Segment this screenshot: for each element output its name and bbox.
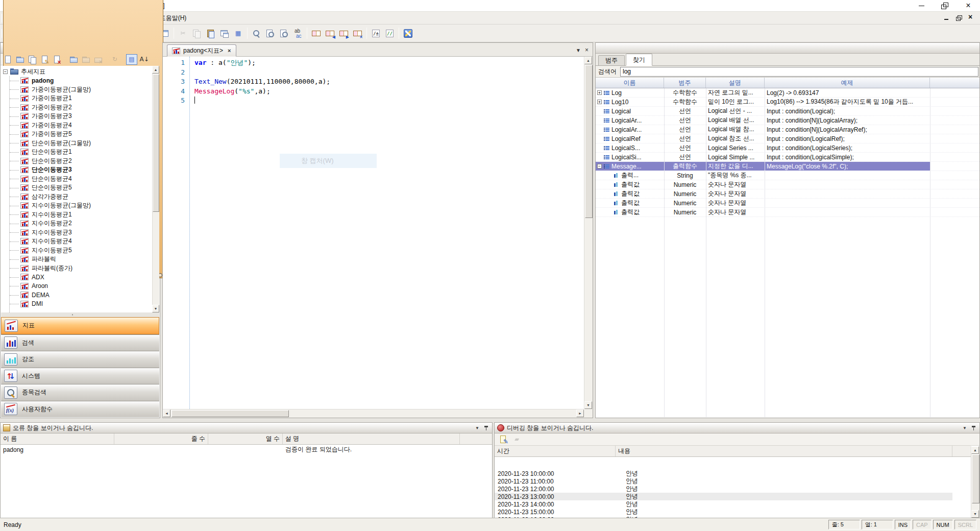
find-next-icon[interactable]: [264, 27, 277, 40]
navigation-button[interactable]: 지표: [1, 317, 159, 334]
navigation-button[interactable]: 시스템: [1, 368, 159, 384]
tree-item[interactable]: 단순이동평균5: [1, 183, 152, 192]
navigation-button[interactable]: 강조: [1, 351, 159, 368]
dictionary-row[interactable]: − Message... 출력함수 지정한 값을 디... MessageLog…: [596, 162, 979, 171]
debug-scrollbar[interactable]: ▲ ▼: [971, 446, 979, 518]
debug-row[interactable]: 2020-11-23 15:00:00 안녕: [495, 508, 971, 516]
tree-item[interactable]: 가중이동평균4: [1, 121, 152, 130]
col-time[interactable]: 시간: [495, 446, 616, 456]
code-line[interactable]: Text_New(20210111,110000,80000,a);: [194, 77, 584, 87]
debug-row[interactable]: 2020-11-23 10:00:00 안녕: [495, 470, 971, 477]
col-name[interactable]: 이름: [596, 78, 664, 88]
dictionary-row[interactable]: + Log 수학함수 자연 로그의 밑... Log(2) -> 0.69314…: [596, 88, 979, 98]
dictionary-prev-icon[interactable]: [324, 27, 336, 40]
open-item-icon[interactable]: [14, 54, 26, 65]
view-detail-icon[interactable]: [126, 54, 137, 65]
panel-menu-icon[interactable]: ▼: [961, 426, 968, 430]
col-description[interactable]: 설명: [706, 78, 765, 88]
window-tile-icon[interactable]: [218, 27, 231, 40]
tree-scrollbar[interactable]: ▲ ▼: [152, 66, 159, 312]
tools-icon[interactable]: [402, 27, 414, 40]
tree-item[interactable]: 단순이동평균2: [1, 157, 152, 166]
expand-icon[interactable]: +: [597, 90, 602, 95]
dictionary-close-icon[interactable]: [351, 27, 364, 40]
col-error-line[interactable]: 줄 수: [114, 433, 208, 444]
tab-category[interactable]: 범주: [598, 55, 625, 65]
debug-row[interactable]: 2020-11-23 11:00:00 안녕: [495, 477, 971, 485]
code-line[interactable]: [194, 68, 584, 78]
tree-item[interactable]: 가중이동평균(그물망): [1, 85, 152, 94]
copy-item-icon[interactable]: [27, 54, 38, 65]
tree-item[interactable]: ADX: [1, 273, 152, 282]
dictionary-row[interactable]: LogicalRef 선언 Logical 참조 선... Input : co…: [596, 134, 979, 143]
navigation-button[interactable]: 종목검색: [1, 384, 159, 401]
sort-az-icon[interactable]: [138, 54, 150, 65]
dictionary-next-icon[interactable]: [337, 27, 350, 40]
col-category[interactable]: 범주: [664, 78, 706, 88]
code-line[interactable]: [194, 96, 584, 106]
col-error-col[interactable]: 열 수: [208, 433, 283, 444]
verify-icon[interactable]: [370, 27, 382, 40]
tree-item[interactable]: 삼각가중평균: [1, 192, 152, 202]
expand-icon[interactable]: +: [597, 100, 602, 104]
expand-icon[interactable]: −: [597, 164, 602, 168]
log-new-icon[interactable]: [497, 433, 509, 446]
dictionary-row[interactable]: Logical 선언 Logical 선언 - ... Input : cond…: [596, 107, 979, 116]
restore-button[interactable]: [933, 0, 957, 11]
dictionary-row[interactable]: LogicalAr... 선언 Logical 배열 선... Input : …: [596, 116, 979, 125]
tab-close-icon[interactable]: ×: [228, 48, 231, 54]
tree-item[interactable]: 단순이동평균3: [1, 165, 152, 175]
mdi-restore-icon[interactable]: [955, 15, 963, 21]
collapse-icon[interactable]: −: [3, 69, 8, 74]
col-example[interactable]: 예제: [765, 78, 930, 88]
tab-list-icon[interactable]: ▼: [576, 47, 581, 53]
pin-icon[interactable]: [483, 425, 489, 431]
dictionary-row[interactable]: 출력값 Numeric 숫자나 문자열: [596, 189, 979, 199]
editor-vertical-scrollbar[interactable]: ▲ ▼: [584, 57, 593, 409]
pin-icon[interactable]: [971, 425, 977, 431]
dictionary-row[interactable]: 출력값 Numeric 숫자나 문자열: [596, 208, 979, 217]
minimize-button[interactable]: [910, 0, 933, 11]
tree-item[interactable]: 지수이동평균1: [1, 210, 152, 220]
panel-menu-icon[interactable]: ▼: [474, 426, 481, 430]
replace-icon[interactable]: [291, 27, 304, 40]
tree-item[interactable]: 단순이동평균(그물망): [1, 139, 152, 148]
tree-item[interactable]: 지수이동평균3: [1, 228, 152, 237]
paste-icon[interactable]: [204, 27, 217, 40]
navigation-button[interactable]: 사용자함수: [1, 401, 159, 418]
find-icon[interactable]: [250, 27, 263, 40]
tree-item[interactable]: 지수이동평균5: [1, 246, 152, 255]
window-grid-icon[interactable]: [232, 27, 244, 40]
debug-row[interactable]: 2020-11-23 12:00:00 안녕: [495, 485, 971, 493]
dictionary-row[interactable]: 출력값 Numeric 숫자나 문자열: [596, 180, 979, 189]
tree-item[interactable]: 파라볼릭: [1, 255, 152, 264]
col-error-desc[interactable]: 설 명: [283, 433, 460, 444]
panel-splitter[interactable]: [1, 312, 159, 317]
col-content[interactable]: 내용: [616, 446, 952, 456]
editor-horizontal-scrollbar[interactable]: ◄ ►: [163, 409, 584, 418]
new-item-icon[interactable]: [2, 54, 13, 65]
tab-close-all-icon[interactable]: ×: [585, 46, 589, 54]
code-line[interactable]: MessageLog("%s",a);: [194, 87, 584, 96]
close-button[interactable]: [957, 0, 980, 11]
dictionary-row[interactable]: LogicalAr... 선언 Logical 배열 참... Input : …: [596, 125, 979, 134]
tree-root[interactable]: − 추세지표: [1, 67, 152, 76]
tree-item[interactable]: Aroon: [1, 282, 152, 291]
tree-item[interactable]: padong: [1, 76, 152, 85]
tab-find[interactable]: 찾기: [626, 54, 652, 66]
tree-item[interactable]: 가중이동평균5: [1, 130, 152, 139]
tree-item[interactable]: 단순이동평균1: [1, 148, 152, 157]
code-line[interactable]: var : a("안녕");: [194, 58, 584, 68]
debug-row[interactable]: 2020-11-23 14:00:00 안녕: [495, 500, 971, 508]
tree-item[interactable]: 파라볼릭(종가): [1, 264, 152, 273]
tree-item[interactable]: 지수이동평균(그물망): [1, 201, 152, 210]
debug-row[interactable]: 2020-11-23 13:00:00 안녕: [495, 493, 971, 500]
search-input[interactable]: [620, 67, 978, 77]
tree-item[interactable]: 가중이동평균3: [1, 112, 152, 121]
new-folder-icon[interactable]: [68, 54, 79, 65]
dictionary-row[interactable]: 출력... String "종목명 %s 종...: [596, 171, 979, 180]
tree-item[interactable]: DEMA: [1, 291, 152, 300]
error-row[interactable]: padong 검증이 완료 되었습니다.: [1, 445, 492, 454]
editor-tab[interactable]: padong<지표> ×: [167, 44, 236, 57]
mdi-close-icon[interactable]: [967, 15, 975, 21]
